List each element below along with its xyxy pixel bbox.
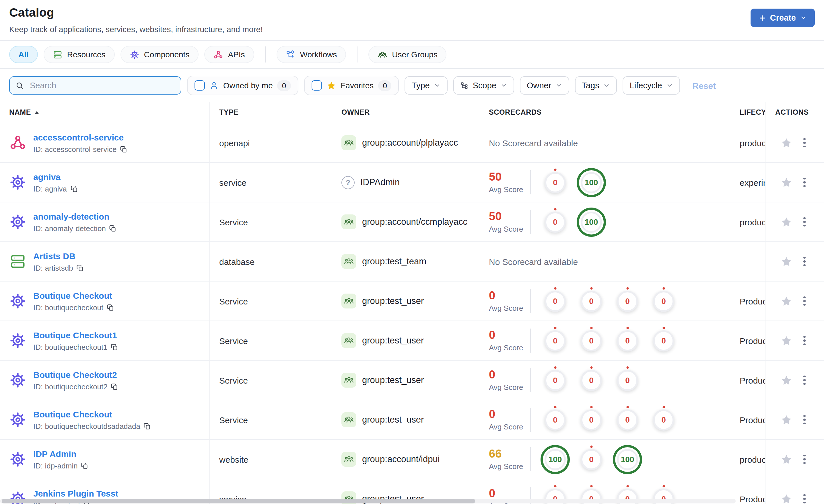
scorecard-gauge[interactable]: 0 xyxy=(653,409,674,430)
filter-bar: Owned by me 0 Favorites 0 Type Scope Own… xyxy=(0,69,824,102)
favorite-star-button[interactable] xyxy=(781,176,793,188)
page-subtitle: Keep track of applications, services, we… xyxy=(9,25,815,34)
tab-user-groups[interactable]: User Groups xyxy=(369,46,447,63)
table-row: accesscontrol-service ID: accesscontrol-… xyxy=(0,123,824,163)
entity-name-link[interactable]: Boutique Checkout xyxy=(33,409,151,419)
copy-icon[interactable] xyxy=(111,383,118,390)
reset-filters-button[interactable]: Reset xyxy=(693,81,716,90)
favorites-filter[interactable]: Favorites 0 xyxy=(304,76,399,95)
tab-workflows[interactable]: Workflows xyxy=(277,46,346,63)
entity-name-link[interactable]: Boutique Checkout2 xyxy=(33,370,118,379)
tags-dropdown[interactable]: Tags xyxy=(575,76,617,95)
scorecard-gauge[interactable]: 0 xyxy=(617,370,638,391)
entity-name-link[interactable]: anomaly-detection xyxy=(33,211,117,221)
copy-icon[interactable] xyxy=(111,343,118,351)
copy-icon[interactable] xyxy=(120,145,127,153)
owner-label: group:test_team xyxy=(362,256,426,267)
tab-components[interactable]: Components xyxy=(120,46,199,63)
chevron-down-icon xyxy=(500,82,507,89)
owned-by-me-filter[interactable]: Owned by me 0 xyxy=(187,76,298,95)
scorecard-gauge[interactable]: 100 xyxy=(581,172,602,193)
column-header-owner: OWNER xyxy=(341,102,489,123)
entity-name-link[interactable]: Artists DB xyxy=(33,251,84,261)
favorite-star-button[interactable] xyxy=(781,137,793,149)
row-menu-button[interactable] xyxy=(802,216,807,228)
lifecycle-cell: production xyxy=(740,123,765,162)
favorite-star-button[interactable] xyxy=(781,374,793,386)
row-menu-button[interactable] xyxy=(802,374,807,386)
entity-name-link[interactable]: Boutique Checkout xyxy=(33,290,114,300)
scorecard-gauge[interactable]: 0 xyxy=(581,370,602,391)
scorecard-gauge[interactable]: 0 xyxy=(653,330,674,351)
scorecard-gauge[interactable]: 0 xyxy=(544,409,566,430)
scorecard-gauge[interactable]: 0 xyxy=(544,290,566,311)
entity-name-link[interactable]: agniva xyxy=(33,172,78,181)
row-menu-button[interactable] xyxy=(802,295,807,307)
favorite-star-button[interactable] xyxy=(781,255,793,267)
scorecard-gauge[interactable]: 0 xyxy=(581,290,602,311)
scope-dropdown[interactable]: Scope xyxy=(453,76,514,95)
scorecard-gauge[interactable]: 0 xyxy=(617,330,638,351)
scorecard-gauge[interactable]: 0 xyxy=(581,409,602,430)
scorecard-gauge[interactable]: 0 xyxy=(617,290,638,311)
scorecard-gauge[interactable]: 0 xyxy=(617,409,638,430)
scorecard-gauge[interactable]: 0 xyxy=(653,290,674,311)
gear-icon xyxy=(9,411,26,428)
plus-icon xyxy=(758,14,766,21)
entity-name-link[interactable]: Jenkins Plugin Tesst xyxy=(33,488,118,498)
owner-label: group:account/idpui xyxy=(362,454,440,465)
owner-dropdown[interactable]: Owner xyxy=(520,76,569,95)
owner-label: group:test_user xyxy=(362,375,424,385)
row-menu-button[interactable] xyxy=(802,493,807,504)
row-menu-button[interactable] xyxy=(802,176,807,188)
scorecard-gauge[interactable]: 0 xyxy=(581,330,602,351)
scorecard-gauge[interactable]: 0 xyxy=(544,330,566,351)
scorecard-gauge[interactable]: 100 xyxy=(617,449,638,470)
tab-all[interactable]: All xyxy=(9,46,38,63)
copy-icon[interactable] xyxy=(70,185,78,193)
row-menu-button[interactable] xyxy=(802,454,807,465)
scorecard-gauge[interactable]: 0 xyxy=(544,211,566,233)
favorite-star-button[interactable] xyxy=(781,335,793,347)
copy-icon[interactable] xyxy=(109,225,117,232)
star-icon xyxy=(781,137,793,149)
favorite-star-button[interactable] xyxy=(781,453,793,465)
lifecycle-dropdown[interactable]: Lifecycle xyxy=(623,76,680,95)
owned-by-me-checkbox[interactable] xyxy=(195,80,205,91)
favorite-star-button[interactable] xyxy=(781,414,793,426)
tab-apis[interactable]: APIs xyxy=(204,46,254,63)
owned-by-me-label: Owned by me xyxy=(223,81,273,90)
copy-icon[interactable] xyxy=(81,462,89,469)
entity-owner: group:test_user xyxy=(341,400,489,439)
search-input[interactable] xyxy=(29,80,175,91)
scorecard-gauge[interactable]: 100 xyxy=(544,449,566,470)
entity-type: database xyxy=(210,242,341,281)
favorite-star-button[interactable] xyxy=(781,493,793,504)
scorecard-gauge[interactable]: 100 xyxy=(581,211,602,233)
star-icon xyxy=(781,255,793,267)
row-menu-button[interactable] xyxy=(802,256,807,267)
scorecard-gauge[interactable]: 0 xyxy=(581,449,602,470)
scorecard-gauge[interactable]: 0 xyxy=(544,172,566,193)
row-menu-button[interactable] xyxy=(802,414,807,426)
entity-name-link[interactable]: accesscontrol-service xyxy=(33,132,127,142)
horizontal-scrollbar-thumb[interactable] xyxy=(2,499,475,503)
webhook-icon xyxy=(9,134,26,151)
create-button[interactable]: Create xyxy=(750,9,815,27)
type-dropdown[interactable]: Type xyxy=(405,76,447,95)
favorite-star-button[interactable] xyxy=(781,295,793,307)
favorites-count: 0 xyxy=(378,80,391,91)
tab-resources[interactable]: Resources xyxy=(43,46,115,63)
entity-name-link[interactable]: Boutique Checkout1 xyxy=(33,330,118,340)
row-menu-button[interactable] xyxy=(802,137,807,149)
entity-name-link[interactable]: IDP Admin xyxy=(33,449,89,459)
favorite-star-button[interactable] xyxy=(781,216,793,228)
entity-id: ID: boutiquecheckoutdsadadada xyxy=(33,422,151,430)
favorites-checkbox[interactable] xyxy=(311,80,322,91)
copy-icon[interactable] xyxy=(77,264,84,271)
scorecard-gauge[interactable]: 0 xyxy=(544,370,566,391)
row-menu-button[interactable] xyxy=(802,335,807,347)
copy-icon[interactable] xyxy=(107,303,114,311)
copy-icon[interactable] xyxy=(144,422,151,430)
column-header-name[interactable]: NAME xyxy=(0,102,210,123)
